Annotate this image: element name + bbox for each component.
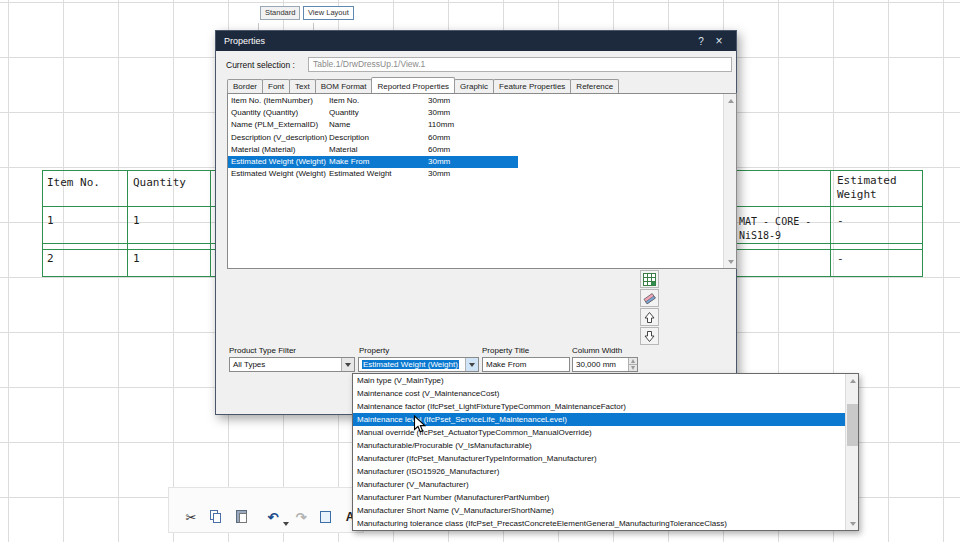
tab-reference[interactable]: Reference xyxy=(570,79,619,93)
property-row-selected[interactable]: Estimated Weight (Weight)Make From30mm xyxy=(228,156,723,168)
bom-cell: 1 xyxy=(47,214,54,227)
eraser-icon xyxy=(643,292,656,305)
property-row[interactable]: Description (V_description)Description60… xyxy=(228,132,723,144)
close-button[interactable]: × xyxy=(710,31,728,51)
bom-col-header-weight: Weight xyxy=(837,188,877,201)
table-line xyxy=(210,170,211,277)
tab-text[interactable]: Text xyxy=(289,79,316,93)
help-button[interactable]: ? xyxy=(692,31,710,51)
scroll-down-icon[interactable] xyxy=(846,517,859,530)
list-scrollbar[interactable] xyxy=(723,94,736,268)
table-insert-icon xyxy=(643,273,656,286)
clipboard-page-icon xyxy=(239,513,247,523)
arrow-up-icon xyxy=(643,311,656,324)
dropdown-item[interactable]: Main type (V_MainType) xyxy=(353,374,845,387)
properties-dialog: Properties ? × Current selection : Table… xyxy=(215,30,737,415)
bom-material-text: NiS18-9 xyxy=(739,230,781,241)
dropdown-item[interactable]: Manufacturing tolerance class (IfcPset_P… xyxy=(353,517,845,530)
current-selection-label: Current selection : xyxy=(226,60,295,70)
copy-icon[interactable] xyxy=(207,508,225,526)
dropdown-item[interactable]: Manual override (IfcPset_ActuatorTypeCom… xyxy=(353,426,845,439)
dialog-titlebar[interactable]: Properties ? × xyxy=(216,31,736,51)
property-rows: Item No. (ItemNumber)Item No.30mm Quanti… xyxy=(228,95,723,180)
scrollbar-thumb[interactable] xyxy=(847,404,858,446)
tab-feature-properties[interactable]: Feature Properties xyxy=(493,79,571,93)
current-selection-value: Table.1/DrwDressUp.1/View.1 xyxy=(313,59,425,69)
cut-icon[interactable]: ✂ xyxy=(182,508,200,526)
insert-property-button[interactable] xyxy=(640,270,659,288)
property-row[interactable]: Material (Material)Material60mm xyxy=(228,144,723,156)
arrow-down-icon xyxy=(643,330,656,343)
tab-view-layout[interactable]: View Layout xyxy=(303,6,354,20)
dropdown-item[interactable]: Manufacturer (IfcPset_ManufacturerTypeIn… xyxy=(353,452,845,465)
current-selection-field[interactable]: Table.1/DrwDressUp.1/View.1 xyxy=(308,57,732,72)
tab-reported-properties[interactable]: Reported Properties xyxy=(371,77,455,93)
property-combobox[interactable]: Estimated Weight (Weight) xyxy=(358,357,479,372)
undo-history-chevron-down-icon[interactable] xyxy=(283,522,289,526)
property-label: Property xyxy=(359,346,389,355)
paste-icon[interactable] xyxy=(233,508,251,526)
bom-material-text: MAT - CORE - xyxy=(739,216,811,227)
table-line xyxy=(127,170,128,277)
move-down-button[interactable] xyxy=(640,327,659,345)
copy-page-front-icon xyxy=(213,513,221,523)
document-tool-icon[interactable] xyxy=(317,508,335,526)
dropdown-items: Main type (V_MainType) Maintenance cost … xyxy=(353,374,845,530)
bom-cell: 1 xyxy=(133,214,140,227)
scroll-up-icon[interactable] xyxy=(724,94,737,107)
bom-cell: 2 xyxy=(47,252,54,265)
property-row[interactable]: Name (PLM_ExternalID)Name110mm xyxy=(228,119,723,131)
redo-icon[interactable]: ↷ xyxy=(292,508,310,526)
tab-font[interactable]: Font xyxy=(262,79,290,93)
dropdown-item-highlighted[interactable]: Maintenance level (IfcPset_ServiceLife_M… xyxy=(353,413,845,426)
table-line xyxy=(42,170,43,277)
chevron-down-icon[interactable] xyxy=(465,358,478,371)
dropdown-item[interactable]: Maintenance cost (V_MaintenanceCost) xyxy=(353,387,845,400)
dropdown-item[interactable]: Manufacturer (V_Manufacturer) xyxy=(353,478,845,491)
product-type-filter-label: Product Type Filter xyxy=(229,346,296,355)
table-line xyxy=(830,170,831,277)
mouse-cursor xyxy=(413,415,426,434)
selected-property-text: Estimated Weight (Weight) xyxy=(362,360,459,369)
dropdown-item[interactable]: Manufacturable/Procurable (V_IsManufactu… xyxy=(353,439,845,452)
spinner-down-icon[interactable] xyxy=(629,364,637,371)
blue-document-icon xyxy=(320,511,331,523)
dialog-tab-strip: Border Font Text BOM Format Reported Pro… xyxy=(227,75,618,93)
bom-col-header-quantity: Quantity xyxy=(133,176,186,189)
chevron-down-icon[interactable] xyxy=(341,358,354,371)
list-action-buttons xyxy=(640,270,660,346)
bom-cell: 1 xyxy=(133,252,140,265)
dropdown-item[interactable]: Maintenance factor (IfcPset_LightFixture… xyxy=(353,400,845,413)
column-width-label: Column Width xyxy=(572,346,622,355)
dropdown-item[interactable]: Manufacturer Short Name (V_ManufacturerS… xyxy=(353,504,845,517)
property-title-label: Property Title xyxy=(482,346,529,355)
property-row[interactable]: Quantity (Quantity)Quantity30mm xyxy=(228,107,723,119)
remove-property-button[interactable] xyxy=(640,289,659,307)
bom-col-header-item: Item No. xyxy=(47,176,100,189)
bom-col-header-weight: Estimated xyxy=(837,174,897,187)
dropdown-item[interactable]: Manufacturer Part Number (ManufacturerPa… xyxy=(353,491,845,504)
table-line xyxy=(922,170,923,277)
tab-bom-format[interactable]: BOM Format xyxy=(315,79,373,93)
product-type-filter-combobox[interactable]: All Types xyxy=(229,357,355,372)
property-row[interactable]: Item No. (ItemNumber)Item No.30mm xyxy=(228,95,723,107)
column-width-spinner[interactable]: 30,000 mm xyxy=(572,357,638,372)
tab-graphic[interactable]: Graphic xyxy=(454,79,494,93)
scroll-up-icon[interactable] xyxy=(846,374,859,387)
bom-cell: - xyxy=(837,214,844,227)
undo-icon[interactable]: ↶ xyxy=(264,508,282,526)
scroll-down-icon[interactable] xyxy=(724,255,737,268)
tab-standard[interactable]: Standard xyxy=(260,6,300,20)
tab-border[interactable]: Border xyxy=(227,79,263,93)
property-dropdown-list: Main type (V_MainType) Maintenance cost … xyxy=(352,373,859,531)
move-up-button[interactable] xyxy=(640,308,659,326)
property-row[interactable]: Estimated Weight (Weight)Estimated Weigh… xyxy=(228,168,723,180)
dropdown-scrollbar[interactable] xyxy=(845,374,858,530)
bom-cell: - xyxy=(837,252,844,265)
property-title-input[interactable]: Make From xyxy=(482,357,570,372)
reported-properties-list: Item No. (ItemNumber)Item No.30mm Quanti… xyxy=(227,93,737,269)
dropdown-item[interactable]: Manufacturer (ISO15926_Manufacturer) xyxy=(353,465,845,478)
dialog-title: Properties xyxy=(224,36,692,46)
